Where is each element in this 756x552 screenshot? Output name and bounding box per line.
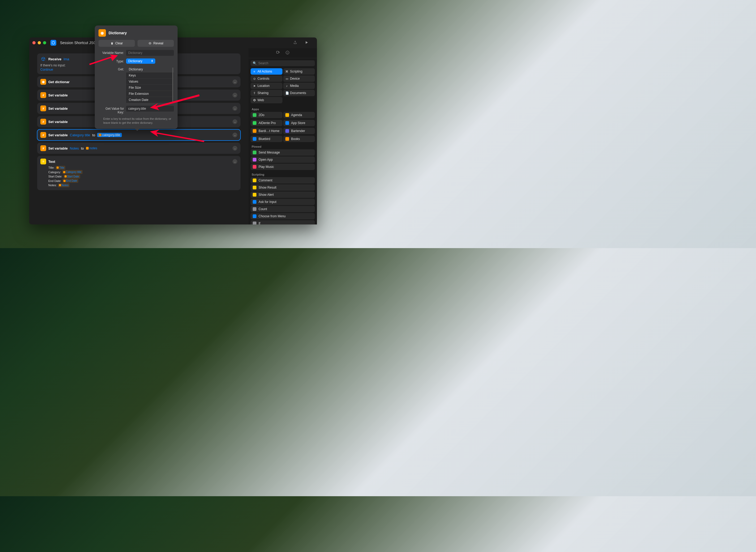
action-item[interactable]: Count: [250, 206, 315, 212]
get-option[interactable]: File Extension: [126, 91, 174, 97]
action-item[interactable]: Show Alert: [250, 191, 315, 198]
category-grid: ≡All Actions⌘Scripting⊙Controls▭Device➤L…: [248, 68, 317, 106]
category-controls[interactable]: ⊙Controls: [250, 76, 282, 82]
action-item[interactable]: Play Music: [250, 164, 315, 170]
category-icon: ▭: [286, 77, 289, 81]
category-icon: ≡: [253, 70, 256, 73]
action-item[interactable]: Comment: [250, 177, 315, 183]
expand-icon[interactable]: ⌄: [232, 119, 237, 124]
set-variable-action-selected[interactable]: x Set variable Category title to categor…: [37, 129, 240, 141]
category-icon: ✪: [253, 99, 256, 102]
close-button[interactable]: [32, 41, 36, 44]
type-select[interactable]: Dictionary ▲▼: [126, 58, 155, 64]
action-item[interactable]: Open App: [250, 156, 315, 163]
varname-label: Variable Name:: [99, 50, 124, 55]
app-item[interactable]: Bardi…t Home: [250, 128, 282, 134]
magic-var-icon: [86, 147, 89, 150]
action-item[interactable]: Send Message: [250, 149, 315, 156]
receive-types[interactable]: Ima: [63, 57, 69, 61]
set-variable-action-notes[interactable]: x Set variable Notes to notes ⌄: [37, 143, 240, 154]
reveal-button[interactable]: Reveal: [138, 40, 174, 47]
get-option[interactable]: File Size: [126, 85, 174, 91]
category-location[interactable]: ➤Location: [250, 83, 282, 89]
apps-header: Apps: [248, 106, 317, 112]
svg-point-2: [150, 43, 150, 44]
expand-icon[interactable]: ⌄: [232, 159, 237, 164]
app-icon: [286, 137, 289, 141]
expand-icon[interactable]: ⌄: [232, 93, 237, 98]
varname-input[interactable]: [126, 50, 174, 56]
category-sharing[interactable]: ⇪Sharing: [250, 90, 282, 96]
app-item[interactable]: Books: [283, 136, 315, 142]
expand-icon[interactable]: ⌄: [232, 106, 237, 111]
action-icon: [253, 200, 256, 204]
app-icon: [286, 129, 289, 133]
expand-icon[interactable]: ⌄: [232, 80, 237, 84]
action-icon: [253, 186, 256, 189]
variable-value-chip[interactable]: notes: [86, 146, 97, 150]
get-option[interactable]: Values: [126, 79, 174, 85]
getvaluekey-label: Get Value for Key:: [99, 106, 124, 114]
category-icon: ➤: [253, 84, 256, 88]
popover-title: Dictionary: [109, 31, 127, 35]
category-icon: ⌘: [286, 70, 289, 73]
get-option[interactable]: Dictionary: [126, 66, 174, 73]
chevron-updown-icon: ▲▼: [151, 60, 153, 62]
window-controls: [32, 41, 46, 44]
action-item[interactable]: Show Result: [250, 184, 315, 191]
action-icon: [253, 207, 256, 211]
category-scripting[interactable]: ⌘Scripting: [283, 68, 315, 75]
action-icon: [253, 222, 256, 225]
app-icon: [253, 121, 256, 125]
app-item[interactable]: AlDente Pro: [250, 120, 282, 126]
expand-icon[interactable]: ⌄: [232, 133, 237, 137]
app-item[interactable]: Bluebird: [250, 136, 282, 142]
window-title: Session Shortcut JSO: [60, 41, 97, 45]
scrollbar[interactable]: [172, 67, 173, 102]
category-all-actions[interactable]: ≡All Actions: [250, 68, 282, 75]
search-input[interactable]: [258, 61, 313, 65]
minimize-button[interactable]: [38, 41, 41, 44]
get-label: Get:: [99, 66, 124, 71]
get-option[interactable]: Creation Date: [126, 97, 174, 103]
clear-button[interactable]: Clear: [99, 40, 135, 47]
no-input-action[interactable]: Continue: [40, 68, 53, 72]
variable-name-field[interactable]: Category title: [70, 133, 90, 137]
variable-name-field[interactable]: Notes: [70, 146, 79, 150]
info-icon[interactable]: [286, 50, 290, 55]
action-item[interactable]: If: [250, 220, 315, 225]
category-documents[interactable]: 📄Documents: [283, 90, 315, 96]
getvaluekey-input[interactable]: [126, 106, 174, 112]
get-option[interactable]: Keys: [126, 73, 174, 79]
library-add-icon[interactable]: [276, 50, 280, 55]
expand-icon[interactable]: ⌄: [232, 146, 237, 151]
app-item[interactable]: App Store: [283, 120, 315, 126]
action-item[interactable]: Choose from Menu: [250, 213, 315, 220]
variable-config-popover: ◉ Dictionary Clear Reveal Variable Name:…: [95, 25, 178, 129]
receive-label: Receive: [48, 57, 61, 61]
category-web[interactable]: ✪Web: [250, 97, 282, 103]
share-icon[interactable]: [293, 40, 297, 45]
app-item[interactable]: Agenda: [283, 112, 315, 118]
app-item[interactable]: 2Do: [250, 112, 282, 118]
shortcut-icon: [50, 40, 56, 46]
variable-value-chip[interactable]: category.title: [97, 133, 122, 137]
category-device[interactable]: ▭Device: [283, 76, 315, 82]
category-icon: ⇪: [253, 91, 256, 95]
app-icon: [286, 121, 289, 125]
type-label: Type:: [99, 58, 124, 63]
app-item[interactable]: Bartender: [283, 128, 315, 134]
action-library-sidebar: 🔍 ≡All Actions⌘Scripting⊙Controls▭Device…: [248, 48, 317, 225]
action-icon: [253, 193, 256, 196]
text-icon: ≡: [40, 159, 46, 164]
category-media[interactable]: ♪Media: [283, 83, 315, 89]
run-button[interactable]: [305, 41, 309, 45]
app-icon: [253, 137, 256, 141]
text-action[interactable]: ≡ Text ⌄ Title:Title Category:Category t…: [37, 156, 240, 190]
action-item[interactable]: Ask for Input: [250, 199, 315, 205]
zoom-button[interactable]: [43, 41, 46, 44]
svg-rect-0: [276, 51, 279, 53]
search-field[interactable]: 🔍: [250, 60, 315, 66]
text-body[interactable]: Title:Title Category:Category title Star…: [40, 164, 237, 187]
scripting-header: Scripting: [248, 171, 317, 177]
